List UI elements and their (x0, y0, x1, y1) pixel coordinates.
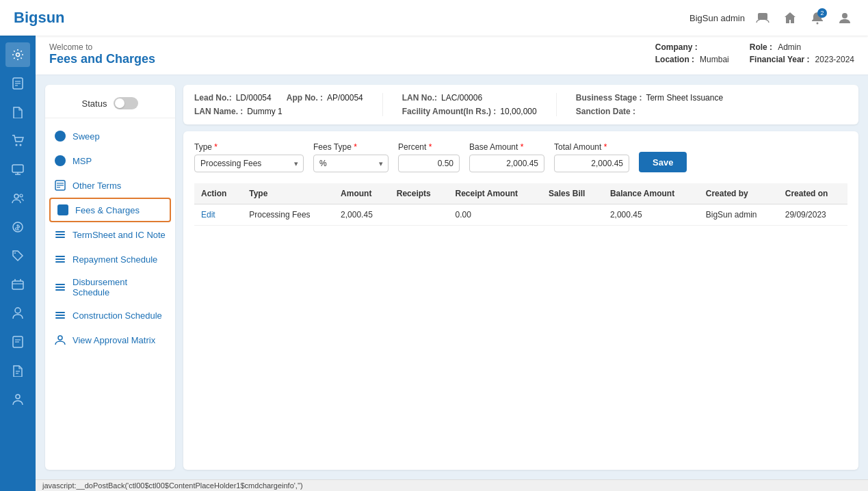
sweep-icon (53, 129, 67, 143)
sidebar-icon-file[interactable] (5, 100, 30, 124)
sidebar (0, 36, 36, 491)
cell-action: Edit (194, 204, 242, 226)
location-row: Location : Mumbai (655, 55, 729, 64)
financial-year-label: Financial Year : (750, 55, 810, 64)
info-row-3: Business Stage : Term Sheet Issuance San… (576, 93, 723, 116)
status-toggle[interactable] (114, 97, 138, 109)
svg-point-8 (16, 144, 18, 146)
user-icon[interactable] (835, 8, 854, 27)
fees-type-group: Fees Type * % (313, 142, 389, 172)
cell-receipts (390, 204, 449, 226)
nav-item-label-termsheet: TermSheet and IC Note (73, 230, 166, 240)
financial-year-value: 2023-2024 (815, 55, 854, 64)
sidebar-icon-settings[interactable] (5, 42, 30, 67)
type-select[interactable]: Processing Fees (194, 155, 304, 172)
nav-item-repayment[interactable]: Repayment Schedule (45, 247, 175, 271)
content-area: Status Sweep MSP (36, 75, 868, 479)
nav-item-termsheet[interactable]: TermSheet and IC Note (45, 222, 175, 247)
form-row: Type * Processing Fees Fees Type * (194, 142, 847, 172)
svg-point-32 (58, 336, 62, 340)
home-icon[interactable] (780, 8, 800, 27)
base-amount-required-star: * (518, 142, 523, 152)
page-header: Welcome to Fees and Charges Company : Lo… (36, 36, 868, 75)
total-amount-group: Total Amount * (554, 142, 629, 172)
lan-no-field: LAN No.: LAC/00006 (402, 93, 537, 103)
termsheet-icon (53, 228, 67, 241)
type-required-star: * (212, 142, 218, 152)
sidebar-icon-coin[interactable] (5, 215, 30, 239)
lan-no-value: LAC/00006 (441, 93, 482, 103)
svg-rect-17 (12, 281, 23, 289)
nav-item-construction[interactable]: Construction Schedule (45, 303, 175, 328)
type-label: Type * (194, 142, 304, 152)
sidebar-icon-document[interactable] (5, 71, 30, 96)
svg-point-2 (842, 13, 847, 18)
nav-item-disbursement[interactable]: Disbursement Schedule (45, 271, 175, 303)
sidebar-icon-tag[interactable] (5, 243, 30, 268)
disbursement-icon (53, 280, 67, 294)
nav-item-label-msp: MSP (73, 156, 92, 166)
sidebar-icon-cart[interactable] (5, 129, 30, 153)
lead-no-value: LD/00054 (236, 93, 272, 103)
nav-item-other-terms[interactable]: Other Terms (45, 173, 175, 198)
nav-item-fees-charges[interactable]: Fees & Charges (49, 198, 171, 222)
table-row: Edit Processing Fees 2,000.45 0.00 2,000… (194, 204, 847, 226)
type-group: Type * Processing Fees (194, 142, 304, 172)
location-label: Location : (655, 55, 694, 64)
msp-icon (53, 154, 67, 168)
navbar: Bigsun BigSun admin 2 (0, 0, 868, 36)
page-header-left: Welcome to Fees and Charges (49, 42, 155, 66)
percent-input[interactable] (398, 155, 460, 172)
business-stage-value: Term Sheet Issuance (646, 93, 723, 103)
sidebar-icon-monitor[interactable] (5, 157, 30, 182)
percent-required-star: * (426, 142, 432, 152)
nav-item-label-approval-matrix: View Approval Matrix (73, 335, 155, 345)
nav-item-label-other-terms: Other Terms (73, 181, 121, 191)
lead-no-field: Lead No.: LD/00054 App No. : AP/00054 (194, 93, 363, 103)
fees-type-select[interactable]: % (313, 155, 389, 172)
bell-badge: 2 (817, 8, 827, 18)
bell-icon[interactable]: 2 (808, 8, 827, 27)
sidebar-icon-doc2[interactable] (5, 330, 30, 354)
navbar-right: BigSun admin 2 (689, 8, 854, 27)
total-amount-input[interactable] (554, 155, 629, 172)
nav-item-approval-matrix[interactable]: View Approval Matrix (45, 328, 175, 352)
sidebar-icon-people2[interactable] (5, 387, 30, 412)
fees-type-label: Fees Type * (313, 142, 389, 152)
nav-item-label-disbursement: Disbursement Schedule (73, 277, 167, 297)
sidebar-icon-group[interactable] (5, 272, 30, 297)
info-row-2: LAN No.: LAC/00006 Facility Amount(In Rs… (402, 93, 537, 116)
save-button[interactable]: Save (639, 152, 687, 172)
base-amount-group: Base Amount * (469, 142, 544, 172)
total-amount-required-star: * (601, 142, 607, 152)
table-header-row: Action Type Amount Receipts Receipt Amou… (194, 183, 847, 204)
nav-item-sweep[interactable]: Sweep (45, 124, 175, 148)
cell-amount: 2,000.45 (334, 204, 390, 226)
svg-point-13 (14, 194, 18, 198)
company-row: Company : (655, 42, 729, 52)
sidebar-icon-person2[interactable] (5, 301, 30, 326)
role-value: Admin (778, 42, 801, 52)
base-amount-input[interactable] (469, 155, 544, 172)
svg-point-21 (15, 308, 21, 313)
main-content: Welcome to Fees and Charges Company : Lo… (36, 36, 868, 491)
person-icon[interactable] (753, 8, 772, 27)
navbar-username: BigSun admin (689, 13, 745, 23)
business-stage-label: Business Stage : (576, 93, 642, 103)
nav-item-msp[interactable]: MSP (45, 148, 175, 173)
cell-balance-amount: 2,000.45 (603, 204, 699, 226)
lan-name-label: LAN Name. : (194, 107, 243, 116)
fees-table: Action Type Amount Receipts Receipt Amou… (194, 183, 847, 226)
status-bar: javascript:__doPostBack('ctl00$ctl00$Con… (36, 479, 868, 491)
company-label: Company : (655, 42, 698, 52)
sanction-date-label: Sanction Date : (576, 107, 635, 116)
sidebar-icon-file2[interactable] (5, 358, 30, 383)
status-bar-text: javascript:__doPostBack('ctl00$ctl00$Con… (42, 481, 303, 490)
cell-created-by: BigSun admin (699, 204, 778, 226)
edit-button[interactable]: Edit (201, 210, 215, 220)
company-info-group: Company : Location : Mumbai (655, 42, 729, 64)
app-no-label: App No. : (287, 93, 323, 103)
sidebar-icon-people[interactable] (5, 186, 30, 211)
status-row: Status (45, 93, 175, 118)
col-created-by: Created by (699, 183, 778, 204)
